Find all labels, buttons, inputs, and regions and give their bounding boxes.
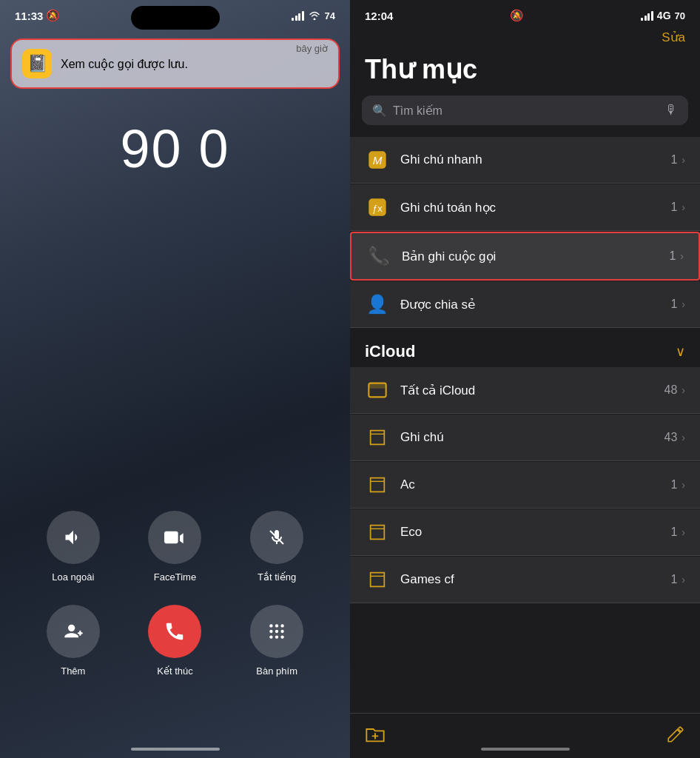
speaker-circle [47, 511, 100, 564]
signal-icon [292, 10, 304, 21]
page-title: Thư mục [350, 51, 700, 95]
duoc-chia-se-count: 1 [670, 298, 677, 311]
compose-button[interactable] [666, 725, 685, 747]
search-placeholder-text: Tìm kiếm [393, 104, 659, 118]
svg-text:M: M [373, 154, 383, 167]
search-bar[interactable]: 🔍 Tìm kiếm 🎙 [362, 95, 688, 125]
facetime-circle [148, 511, 201, 564]
home-indicator-right [481, 748, 570, 751]
facetime-button[interactable]: FaceTime [148, 511, 201, 583]
svg-text:ƒx: ƒx [372, 203, 383, 214]
battery-left: 74 [325, 10, 335, 21]
ghi-chu-chevron: › [682, 432, 685, 443]
right-signal-icon [641, 10, 653, 21]
left-time: 11:33 [15, 10, 43, 22]
left-mute-icon: 🔕 [46, 9, 60, 22]
left-status-bar: 11:33 🔕 74 [0, 0, 350, 27]
mute-button[interactable]: Tắt tiếng [250, 511, 303, 583]
ghi-chu-icon [365, 425, 390, 450]
notification-banner[interactable]: 📓 Xem cuộc gọi được lưu. bây giờ [10, 38, 340, 89]
add-button[interactable]: Thêm [47, 605, 100, 677]
games-cf-chevron: › [682, 574, 685, 586]
list-item-duoc-chia-se[interactable]: 👤 Được chia sẻ 1 › [350, 281, 700, 328]
left-status-left: 11:33 🔕 [15, 9, 60, 22]
ban-ghi-cuoc-goi-icon: 📞 [366, 244, 391, 269]
mic-icon: 🎙 [665, 103, 678, 118]
tat-ca-icloud-chevron: › [682, 384, 685, 396]
games-cf-count: 1 [670, 573, 677, 586]
list-item-ghi-chu[interactable]: Ghi chú 43 › [350, 415, 700, 461]
ghi-chu-label: Ghi chú [400, 430, 664, 445]
end-call-circle [148, 605, 201, 658]
svg-point-2 [269, 624, 272, 627]
list-item-ghi-chu-toan-hoc[interactable]: ƒx Ghi chú toán học 1 › [350, 184, 700, 231]
svg-point-7 [281, 630, 284, 633]
list-item-ban-ghi-cuoc-goi[interactable]: 📞 Bản ghi cuộc gọi 1 › [350, 232, 700, 281]
ghi-chu-toan-hoc-icon: ƒx [365, 195, 390, 220]
icloud-section-header[interactable]: iCloud ∨ [350, 329, 700, 367]
call-controls: Loa ngoài FaceTime Tắt [0, 511, 350, 699]
speaker-label: Loa ngoài [52, 571, 94, 583]
svg-point-5 [269, 630, 272, 633]
svg-point-6 [275, 630, 278, 633]
right-header: Sửa [350, 27, 700, 51]
keypad-button[interactable]: Bàn phím [250, 605, 303, 677]
ghi-chu-toan-hoc-chevron: › [682, 201, 685, 213]
games-cf-icon [365, 567, 390, 592]
list-item-eco[interactable]: Eco 1 › [350, 509, 700, 556]
svg-point-4 [281, 624, 284, 627]
ac-icon [365, 472, 390, 497]
ghi-chu-toan-hoc-label: Ghi chú toán học [400, 200, 670, 215]
ac-count: 1 [670, 478, 677, 492]
left-status-right: 74 [292, 10, 335, 22]
svg-point-1 [68, 625, 75, 631]
bottom-toolbar [350, 713, 700, 758]
tat-ca-icloud-icon [365, 378, 390, 403]
right-time: 12:04 [365, 10, 393, 22]
list-item-ghi-chu-nhanh[interactable]: M Ghi chú nhanh 1 › [350, 137, 700, 184]
games-cf-label: Games cf [400, 572, 670, 587]
list-item-games-cf[interactable]: Games cf 1 › [350, 557, 700, 603]
mute-label: Tắt tiếng [258, 571, 296, 583]
speaker-button[interactable]: Loa ngoài [47, 511, 100, 583]
new-folder-button[interactable] [365, 724, 386, 748]
svg-point-3 [275, 624, 278, 627]
controls-row-1: Loa ngoài FaceTime Tắt [22, 511, 328, 583]
duoc-chia-se-label: Được chia sẻ [400, 297, 670, 312]
home-indicator-left [131, 748, 220, 751]
notif-app-icon: 📓 [22, 49, 52, 78]
search-icon: 🔍 [372, 104, 387, 118]
list-item-tat-ca-icloud[interactable]: Tất cả iCloud 48 › [350, 367, 700, 414]
keypad-circle [250, 605, 303, 658]
edit-button[interactable]: Sửa [662, 30, 685, 45]
dynamic-island [131, 6, 220, 30]
end-call-label: Kết thúc [157, 665, 192, 677]
ghi-chu-nhanh-count: 1 [670, 153, 677, 167]
icloud-chevron-icon: ∨ [676, 343, 685, 360]
ban-ghi-cuoc-goi-count: 1 [669, 249, 676, 263]
network-type: 4G [657, 10, 671, 21]
right-status-bar: 12:04 🔕 4G 70 [350, 0, 700, 27]
left-panel: 11:33 🔕 74 📓 [0, 0, 350, 758]
battery-right: 70 [675, 10, 685, 21]
duoc-chia-se-icon: 👤 [365, 292, 390, 317]
call-number: 90 0 [120, 118, 229, 179]
wifi-icon [309, 10, 320, 22]
eco-count: 1 [670, 526, 677, 539]
ghi-chu-nhanh-label: Ghi chú nhanh [400, 152, 670, 167]
notif-time: bây giờ [296, 43, 328, 54]
eco-label: Eco [400, 525, 670, 540]
svg-rect-16 [368, 383, 386, 389]
ghi-chu-nhanh-icon: M [365, 147, 390, 172]
svg-point-8 [269, 635, 272, 638]
right-mute-icon: 🔕 [510, 9, 524, 22]
end-call-button[interactable]: Kết thúc [148, 605, 201, 677]
list-item-ac[interactable]: Ac 1 › [350, 462, 700, 509]
add-label: Thêm [61, 665, 85, 677]
tat-ca-icloud-label: Tất cả iCloud [400, 383, 664, 398]
svg-point-10 [281, 635, 284, 638]
eco-chevron: › [682, 526, 685, 538]
controls-row-2: Thêm Kết thúc [22, 605, 328, 677]
ghi-chu-nhanh-chevron: › [682, 154, 685, 166]
ghi-chu-count: 43 [664, 431, 678, 444]
